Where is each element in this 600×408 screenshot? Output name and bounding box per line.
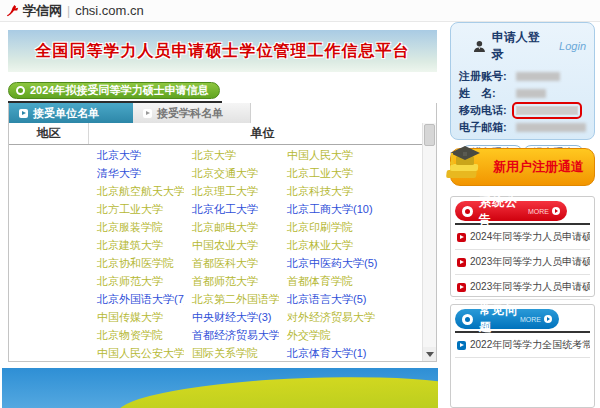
- tab-label: 接受单位名单: [33, 106, 99, 121]
- field-label: 注册账号:: [459, 69, 516, 84]
- unit-cell: 北京物资学院: [89, 325, 184, 343]
- unit-link[interactable]: 北京理工大学: [192, 185, 258, 197]
- unit-link[interactable]: 北京建筑大学: [97, 239, 163, 251]
- site-domain[interactable]: chsi.com.cn: [75, 3, 144, 18]
- unit-link[interactable]: 北京中医药大学(5): [287, 257, 377, 269]
- bullseye-icon: [462, 206, 473, 217]
- unit-column-header: 单位: [89, 123, 436, 144]
- unit-cell: 北京林业大学: [279, 235, 436, 253]
- unit-cell: 北京大学: [89, 145, 184, 163]
- unit-link[interactable]: 北京邮电大学: [192, 221, 258, 233]
- unit-cell: 北京航空航天大学: [89, 181, 184, 199]
- field-value-redacted[interactable]: [516, 106, 578, 115]
- faq-card: 常见问题 MORE 2022年同等学力全国统考常见问题: [450, 304, 595, 408]
- table-row: 北京建筑大学中国农业大学北京林业大学: [9, 235, 436, 253]
- scrollbar-thumb[interactable]: [424, 124, 435, 146]
- unit-cell: 首都经济贸易大学(6): [184, 325, 279, 343]
- list-item[interactable]: 2023年同等学力人员申请硕士学位外...: [455, 250, 590, 275]
- unit-link[interactable]: 北京工商大学(10): [287, 203, 373, 215]
- table-row: 北京大学北京大学中国人民大学: [9, 145, 436, 163]
- unit-link[interactable]: 北京大学: [192, 149, 236, 161]
- unit-link[interactable]: 首都医科大学: [192, 257, 258, 269]
- tab-accepting-subjects[interactable]: 接受学科名单: [133, 103, 251, 123]
- admission-info-button[interactable]: 2024年拟接受同等学力硕士申请信息: [8, 82, 220, 99]
- unit-link[interactable]: 北京林业大学: [287, 239, 353, 251]
- unit-cell: 首都师范大学: [184, 271, 279, 289]
- unit-cell: 北京第二外国语学院: [184, 289, 279, 307]
- tab-arrow-icon: [19, 109, 28, 118]
- person-icon: [473, 40, 486, 53]
- unit-link[interactable]: 中国人民大学: [287, 149, 353, 161]
- table-row: 中国传媒大学中央财经大学(3)对外经济贸易大学: [9, 307, 436, 325]
- login-field-row: 注册账号:: [459, 68, 586, 85]
- unit-cell: 北京理工大学: [184, 181, 279, 199]
- graduation-cap-icon: [442, 140, 488, 186]
- unit-link[interactable]: 清华大学: [97, 167, 141, 179]
- field-value-redacted[interactable]: [516, 72, 560, 81]
- list-item[interactable]: 2022年同等学力全国统考常见问题: [455, 333, 590, 358]
- login-field-row: 电子邮箱:: [459, 119, 586, 136]
- unit-link[interactable]: 首都体育学院: [287, 275, 353, 287]
- unit-link[interactable]: 北京第二外国语学院: [192, 293, 279, 305]
- unit-cell: 国际关系学院: [184, 343, 279, 360]
- unit-link[interactable]: 北京航空航天大学: [97, 185, 184, 197]
- unit-link[interactable]: 首都经济贸易大学(6): [192, 329, 279, 341]
- unit-link[interactable]: 北京语言大学(5): [287, 293, 366, 305]
- unit-link[interactable]: 北京交通大学: [192, 167, 258, 179]
- unit-link[interactable]: 国际关系学院: [192, 347, 258, 359]
- play-icon: [457, 283, 466, 292]
- unit-link[interactable]: 中国农业大学: [192, 239, 258, 251]
- unit-link[interactable]: 北京协和医学院: [97, 257, 174, 269]
- list-item[interactable]: 2023年同等学力人员申请硕士学位外...: [455, 275, 590, 300]
- unit-link[interactable]: 中国人民公安大学: [97, 347, 184, 359]
- unit-cell: 北京印刷学院: [279, 217, 436, 235]
- field-value-redacted[interactable]: [516, 89, 546, 98]
- table-scrollbar[interactable]: [422, 123, 436, 361]
- unit-link[interactable]: 北京化工大学: [192, 203, 258, 215]
- list-item[interactable]: 2024年同等学力人员申请硕士学位外...: [455, 225, 590, 250]
- unit-link[interactable]: 北京服装学院: [97, 221, 163, 233]
- more-arrow-icon: [552, 207, 560, 215]
- list-item-text: 2023年同等学力人员申请硕士学位外...: [470, 280, 590, 294]
- unit-link[interactable]: 北京师范大学: [97, 275, 163, 287]
- unit-table-body: 北京大学北京大学中国人民大学清华大学北京交通大学北京工业大学北京航空航天大学北京…: [9, 145, 436, 360]
- unit-cell: 中国传媒大学: [89, 307, 184, 325]
- info-pill-wrap: 2024年拟接受同等学力硕士申请信息: [8, 82, 222, 103]
- unit-link[interactable]: 外交学院: [287, 329, 331, 341]
- page-title: 全国同等学力人员申请硕士学位管理工作信息平台: [36, 41, 410, 62]
- faq-more-link[interactable]: MORE: [520, 315, 552, 323]
- unit-link[interactable]: 中国传媒大学: [97, 311, 163, 323]
- background-hill: [117, 371, 438, 408]
- unit-cell: 北京交通大学: [184, 163, 279, 181]
- unit-cell: 首都体育学院: [279, 271, 436, 289]
- unit-link[interactable]: 北京物资学院: [97, 329, 163, 341]
- unit-link[interactable]: 北京外国语大学(7): [97, 293, 184, 305]
- unit-link[interactable]: 北京体育大学(1): [287, 347, 366, 359]
- site-brand[interactable]: 学信网: [23, 2, 62, 20]
- field-value-redacted[interactable]: [516, 123, 586, 132]
- unit-cell: 北京语言大学(5): [279, 289, 436, 307]
- unit-cell: 中央财经大学(3): [184, 307, 279, 325]
- unit-link[interactable]: 北方工业大学: [97, 203, 163, 215]
- more-arrow-icon: [544, 315, 552, 323]
- region-column-header: 地区: [9, 123, 89, 144]
- unit-cell: 北京工业大学: [279, 163, 436, 181]
- tab-arrow-icon: [143, 109, 152, 118]
- unit-link[interactable]: 北京科技大学: [287, 185, 353, 197]
- unit-link[interactable]: 对外经济贸易大学: [287, 311, 375, 323]
- table-row: 北京师范大学首都师范大学首都体育学院: [9, 271, 436, 289]
- unit-cell: 北京外国语大学(7): [89, 289, 184, 307]
- field-label: 电子邮箱:: [459, 120, 516, 135]
- scroll-down-button[interactable]: [423, 347, 436, 361]
- announcements-more-link[interactable]: MORE: [528, 207, 560, 215]
- bullet-icon: [16, 86, 25, 95]
- table-row: 北京服装学院北京邮电大学北京印刷学院: [9, 217, 436, 235]
- unit-link[interactable]: 北京大学: [97, 149, 141, 161]
- unit-link[interactable]: 北京工业大学: [287, 167, 353, 179]
- unit-link[interactable]: 首都师范大学: [192, 275, 258, 287]
- admission-info-label: 2024年拟接受同等学力硕士申请信息: [30, 83, 208, 98]
- unit-link[interactable]: 中央财经大学(3): [192, 311, 271, 323]
- field-label: 姓 名:: [459, 86, 516, 101]
- unit-link[interactable]: 北京印刷学院: [287, 221, 353, 233]
- tab-accepting-units[interactable]: 接受单位名单: [9, 103, 133, 123]
